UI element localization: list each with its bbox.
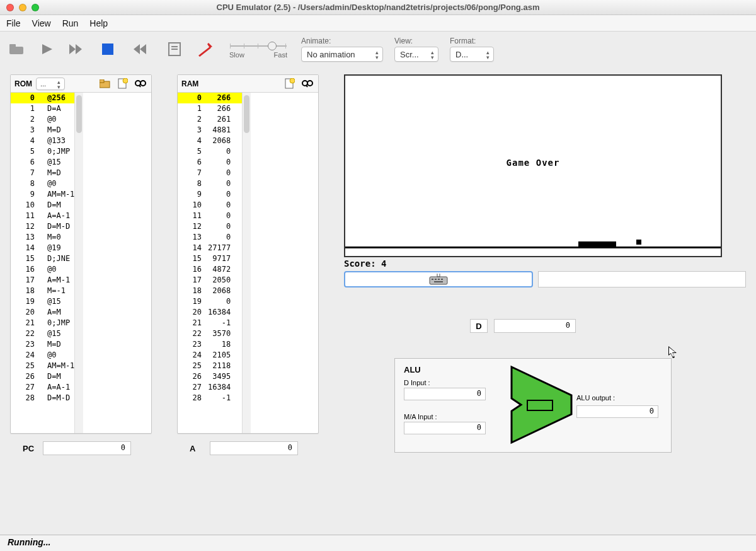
speed-slider[interactable]: Slow Fast (227, 40, 290, 59)
step-button[interactable] (35, 37, 59, 62)
menu-file[interactable]: File (6, 18, 21, 28)
rom-format-select[interactable]: ...▴▾ (36, 78, 65, 90)
alu-output-field[interactable]: 0 (576, 405, 658, 418)
ram-row[interactable]: 2318 (178, 339, 242, 350)
ram-row[interactable]: 263495 (178, 371, 242, 382)
ram-row[interactable]: 60 (178, 157, 242, 168)
rom-row[interactable]: 22@15 (11, 328, 74, 339)
rom-row[interactable]: 25AM=M-1 (11, 361, 74, 371)
rom-row[interactable]: 18M=-1 (11, 286, 74, 296)
ram-row[interactable]: 34881 (178, 125, 242, 136)
rom-row[interactable]: 14@19 (11, 243, 74, 253)
rom-row[interactable]: 17A=M-1 (11, 275, 74, 286)
alu-dinput-field[interactable]: 0 (404, 388, 486, 400)
new-file-icon[interactable] (116, 77, 130, 91)
ram-row[interactable]: 42068 (178, 136, 242, 146)
stop-button[interactable] (96, 37, 120, 62)
breakpoint-button[interactable] (193, 37, 217, 62)
rom-row[interactable]: 3M=D (11, 125, 74, 136)
rom-row[interactable]: 16@0 (11, 264, 74, 275)
ram-row[interactable]: 2016384 (178, 307, 242, 318)
rom-row[interactable]: 10D=M (11, 200, 74, 211)
d-label: D (470, 319, 488, 333)
rom-row[interactable]: 27A=A-1 (11, 382, 74, 393)
ram-row[interactable]: 110 (178, 211, 242, 221)
ram-row[interactable]: 164872 (178, 264, 242, 275)
alu-panel: ALU D Input : 0 M/A Input : 0 ALU output… (394, 358, 672, 453)
rom-row[interactable]: 210;JMP (11, 318, 74, 328)
ram-row[interactable]: 1266 (178, 103, 242, 114)
ram-row[interactable]: 0266 (178, 93, 242, 103)
script-button[interactable] (163, 37, 186, 62)
ram-scrollbar[interactable] (242, 93, 251, 433)
titlebar: CPU Emulator (2.5) - /Users/admin/Deskto… (0, 0, 756, 15)
ground-line (345, 246, 721, 248)
ram-row[interactable]: 252118 (178, 361, 242, 371)
rom-row[interactable]: 11A=A-1 (11, 211, 74, 221)
ram-row[interactable]: 182068 (178, 286, 242, 296)
rom-row[interactable]: 50;JMP (11, 146, 74, 157)
rom-row[interactable]: 9AM=M-1 (11, 189, 74, 200)
ram-new-file-icon[interactable] (283, 77, 297, 91)
open-file-icon[interactable] (98, 77, 112, 91)
rom-row[interactable]: 19@15 (11, 296, 74, 307)
rom-row[interactable]: 15D;JNE (11, 253, 74, 264)
rom-row[interactable]: 1D=A (11, 103, 74, 114)
animate-select[interactable]: No animation ▴▾ (301, 47, 383, 62)
alu-mainput-label: M/A Input : (404, 413, 486, 420)
rom-row[interactable]: 28D=M-D (11, 393, 74, 403)
ram-row[interactable]: 1427177 (178, 243, 242, 253)
search-icon[interactable] (134, 77, 147, 91)
ram-row[interactable]: 190 (178, 296, 242, 307)
svg-rect-1 (9, 44, 16, 48)
rom-row[interactable]: 7M=D (11, 168, 74, 178)
ram-row[interactable]: 2261 (178, 114, 242, 125)
rom-row[interactable]: 2@0 (11, 114, 74, 125)
ram-row[interactable]: 90 (178, 189, 242, 200)
fast-forward-button[interactable] (66, 37, 89, 62)
load-button[interactable] (5, 37, 29, 62)
rom-row[interactable]: 12D=M-D (11, 221, 74, 232)
ram-row[interactable]: 172050 (178, 275, 242, 286)
view-select[interactable]: Scr... ▴▾ (394, 47, 438, 62)
menu-help[interactable]: Help (89, 18, 108, 28)
ram-row[interactable]: 50 (178, 146, 242, 157)
rom-scrollbar[interactable] (74, 93, 83, 433)
alu-mainput-field[interactable]: 0 (404, 422, 486, 434)
rom-row[interactable]: 6@15 (11, 157, 74, 168)
menu-run[interactable]: Run (62, 18, 79, 28)
svg-rect-27 (435, 279, 437, 280)
a-field[interactable]: 0 (210, 441, 298, 455)
ram-row[interactable]: 242105 (178, 350, 242, 361)
rewind-button[interactable] (126, 37, 150, 62)
ram-row[interactable]: 21-1 (178, 318, 242, 328)
ram-row[interactable]: 80 (178, 178, 242, 189)
ram-row[interactable]: 120 (178, 221, 242, 232)
menu-view[interactable]: View (32, 18, 51, 28)
ram-row[interactable]: 28-1 (178, 393, 242, 403)
ram-search-icon[interactable] (301, 77, 314, 91)
keyboard-input[interactable] (344, 271, 533, 287)
ram-row[interactable]: 223570 (178, 328, 242, 339)
svg-point-16 (123, 78, 128, 83)
ram-row[interactable]: 159717 (178, 253, 242, 264)
ram-row[interactable]: 2716384 (178, 382, 242, 393)
rom-row[interactable]: 8@0 (11, 178, 74, 189)
rom-row[interactable]: 23M=D (11, 339, 74, 350)
format-select[interactable]: D... ▴▾ (450, 47, 494, 62)
ram-row[interactable]: 130 (178, 232, 242, 243)
rom-row[interactable]: 24@0 (11, 350, 74, 361)
svg-point-21 (290, 78, 295, 83)
pc-field[interactable]: 0 (43, 441, 131, 455)
ram-row[interactable]: 70 (178, 168, 242, 178)
rom-row[interactable]: 20A=M (11, 307, 74, 318)
rom-row[interactable]: 26D=M (11, 371, 74, 382)
rom-row[interactable]: 13M=0 (11, 232, 74, 243)
rom-title: ROM (14, 79, 32, 88)
ram-row[interactable]: 100 (178, 200, 242, 211)
d-field[interactable]: 0 (494, 319, 576, 333)
rom-panel: ROM ...▴▾ 0@2561D=A2@03M=D4@13350;JMP6@1… (10, 74, 152, 434)
rom-row[interactable]: 0@256 (11, 93, 74, 103)
rom-row[interactable]: 4@133 (11, 136, 74, 146)
score-text: Score: 4 (344, 258, 746, 269)
